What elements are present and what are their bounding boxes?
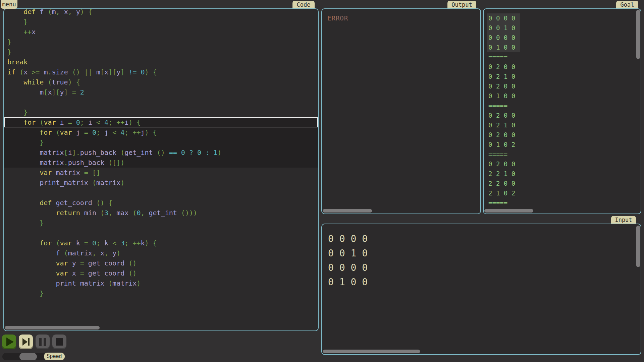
code-line[interactable]: if (x >= m.size () || m[x][y] != 0) { [4,67,318,77]
tab-output[interactable]: Output [447,1,476,9]
step-button[interactable] [19,335,33,349]
output-h-scrollbar[interactable] [323,209,372,213]
code-line[interactable]: var y = get_coord () [4,258,318,268]
goal-line: 0 2 0 0 [484,159,641,169]
goal-line: 0 2 1 0 [484,120,641,130]
goal-line: 0 2 0 0 [484,111,641,120]
code-line[interactable]: def f (m, x, y) { [4,8,318,17]
code-line[interactable]: for (var k = 0; k < 3; ++k) { [4,238,318,248]
goal-line: 0 1 0 0 [484,43,641,52]
goal-line: ===== [484,149,641,159]
playback-controls [2,335,66,349]
menu-button[interactable]: menu [1,0,17,9]
goal-line: ===== [484,52,641,62]
code-line[interactable]: return min (3, max (0, get_int ())) [4,208,318,218]
tab-input[interactable]: Input [611,216,636,224]
code-line[interactable]: print_matrix (matrix) [4,178,318,188]
code-line[interactable] [4,228,318,238]
code-line[interactable]: def get_coord () { [4,198,318,208]
goal-line: ===== [484,101,641,111]
goal-lines: 0 0 0 00 0 1 00 0 0 00 1 0 0=====0 2 0 0… [484,13,641,208]
input-lines: 0 0 0 00 0 1 00 0 0 00 1 0 0 [322,232,641,289]
goal-line: 0 2 0 0 [484,130,641,140]
code-line[interactable]: while (true) { [4,77,318,87]
speed-slider-thumb[interactable] [19,353,37,360]
code-line[interactable]: matrix.push_back ([]) [4,158,318,168]
code-line[interactable]: matrix[i].push_back (get_int () == 0 ? 0… [4,147,318,158]
goal-h-scrollbar[interactable] [484,209,533,213]
code-line[interactable] [4,188,318,198]
pause-icon [39,338,46,346]
code-line[interactable]: break [4,57,318,67]
code-panel: def f (m, x, y) { } ++x}}breakif (x >= m… [3,8,319,331]
pause-button[interactable] [36,335,50,349]
goal-panel: 0 0 0 00 0 1 00 0 0 00 1 0 0=====0 2 0 0… [483,8,641,214]
goal-line: 0 0 0 0 [484,13,641,23]
code-line[interactable]: var matrix = [] [4,168,318,178]
code-line[interactable]: } [4,218,318,228]
goal-line: 2 2 1 0 [484,169,641,179]
code-line[interactable] [4,97,318,107]
tab-goal[interactable]: Goal [616,1,638,9]
goal-line: 0 1 0 0 [484,91,641,101]
code-line[interactable]: for (var i = 0; i < 4; ++i) { [4,117,318,127]
stop-icon [56,338,63,346]
play-icon [6,338,14,346]
code-h-scrollbar[interactable] [5,326,100,329]
speed-label: Speed [44,353,65,360]
input-panel: 0 0 0 00 0 1 00 0 0 00 1 0 0 [321,224,641,355]
goal-line: 0 2 0 0 [484,62,641,72]
code-line[interactable]: } [4,288,318,298]
output-panel: ERROR [321,8,481,214]
goal-line: 0 2 1 0 [484,72,641,81]
input-line: 0 0 0 0 [322,260,641,275]
code-line[interactable]: } [4,47,318,57]
input-line: 0 1 0 0 [322,275,641,289]
code-line[interactable]: } [4,107,318,117]
goal-line: 2 2 0 0 [484,179,641,188]
tab-code[interactable]: Code [292,1,315,9]
code-line[interactable]: } [4,17,318,27]
input-line: 0 0 0 0 [322,232,641,246]
play-button[interactable] [2,335,16,349]
code-line[interactable]: f (matrix, x, y) [4,248,318,258]
code-line[interactable]: var x = get_coord () [4,268,318,278]
code-line[interactable]: m[x][y] = 2 [4,87,318,97]
goal-line: 2 1 0 2 [484,188,641,198]
code-line[interactable]: ++x [4,27,318,37]
goal-line: 0 2 0 0 [484,81,641,91]
goal-line: ===== [484,198,641,208]
code-lines: def f (m, x, y) { } ++x}}breakif (x >= m… [4,8,318,298]
code-line[interactable]: } [4,137,318,147]
input-v-scrollbar[interactable] [636,226,640,267]
input-line: 0 0 1 0 [322,246,641,260]
code-line[interactable]: print_matrix (matrix) [4,278,318,288]
stop-button[interactable] [52,335,66,349]
goal-v-scrollbar[interactable] [636,10,640,59]
code-line[interactable]: for (var j = 0; j < 4; ++j) { [4,127,318,137]
goal-line: 0 1 0 2 [484,140,641,149]
code-line[interactable]: } [4,37,318,47]
goal-line: 0 0 0 0 [484,33,641,43]
step-forward-icon [22,338,30,346]
speed-slider[interactable] [2,353,46,360]
goal-line: 0 0 1 0 [484,23,641,33]
error-text: ERROR [327,14,348,22]
input-h-scrollbar[interactable] [323,350,420,353]
